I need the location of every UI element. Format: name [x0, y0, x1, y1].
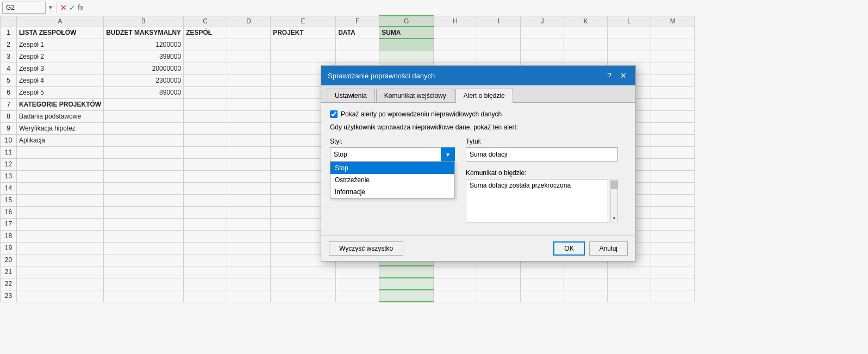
style-dropdown-list: Stop Ostrzeżenie Informacje: [330, 162, 455, 198]
hint-text: Gdy użytkownik wprowadza nieprawidłowe d…: [330, 123, 627, 131]
tab-komunikat[interactable]: Komunikat wejściowy: [376, 89, 454, 102]
cancel-button[interactable]: Anuluj: [589, 241, 628, 256]
error-msg-group: Komunikat o błędzie: ▼: [466, 169, 618, 222]
style-group: Styl: Stop Stop Ostrzeżenie Informacje: [330, 138, 455, 194]
style-dropdown-wrapper: Stop Stop Ostrzeżenie Informacje: [330, 147, 455, 162]
title-label: Tytuł:: [466, 138, 618, 145]
dialog-close-button[interactable]: ✕: [618, 70, 629, 81]
dialog-titlebar: Sprawdzanie poprawności danych ? ✕: [321, 66, 635, 85]
dialog-titlebar-buttons: ? ✕: [604, 70, 629, 81]
show-alerts-label: Pokaż alerty po wprowadzeniu nieprawidło…: [341, 110, 502, 118]
scrollbar-arrow-down-icon: ▼: [612, 216, 616, 221]
show-alerts-row: Pokaż alerty po wprowadzeniu nieprawidło…: [330, 110, 627, 118]
style-option-informacje[interactable]: Informacje: [330, 186, 454, 198]
tab-ustawienia[interactable]: Ustawienia: [327, 89, 375, 102]
title-input[interactable]: [466, 147, 618, 162]
style-label: Styl:: [330, 138, 455, 145]
style-option-stop[interactable]: Stop: [330, 162, 454, 174]
show-alerts-checkbox[interactable]: [330, 110, 338, 118]
tab-alert[interactable]: Alert o błędzie: [455, 89, 513, 103]
style-option-ostrzezenie[interactable]: Ostrzeżenie: [330, 174, 454, 186]
dialog-footer: Wyczyść wszystko OK Anuluj: [321, 235, 635, 261]
style-select-value: Stop: [330, 151, 454, 158]
error-msg-label: Komunikat o błędzie:: [466, 169, 618, 177]
style-title-row: Styl: Stop Stop Ostrzeżenie Informacje: [330, 138, 627, 222]
error-msg-textarea[interactable]: [466, 179, 608, 222]
ok-button[interactable]: OK: [553, 241, 584, 256]
dialog-help-button[interactable]: ?: [604, 70, 615, 81]
dialog-content: Pokaż alerty po wprowadzeniu nieprawidło…: [321, 103, 635, 235]
clear-all-button[interactable]: Wyczyść wszystko: [329, 241, 403, 256]
data-validation-dialog: Sprawdzanie poprawności danych ? ✕ Ustaw…: [321, 65, 636, 262]
spreadsheet: G2 ▼ ✕ ✓ fx: [0, 0, 868, 354]
error-msg-scrollbar[interactable]: ▼: [610, 179, 618, 222]
style-select-display[interactable]: Stop: [330, 147, 455, 162]
dialog-title: Sprawdzanie poprawności danych: [328, 72, 435, 80]
error-msg-area: ▼: [466, 179, 618, 222]
dialog-tabs: Ustawienia Komunikat wejściowy Alert o b…: [321, 85, 635, 103]
scrollbar-thumb: [611, 181, 617, 189]
title-group: Tytuł: Komunikat o błędzie: ▼: [466, 138, 618, 222]
footer-right-buttons: OK Anuluj: [553, 241, 628, 256]
